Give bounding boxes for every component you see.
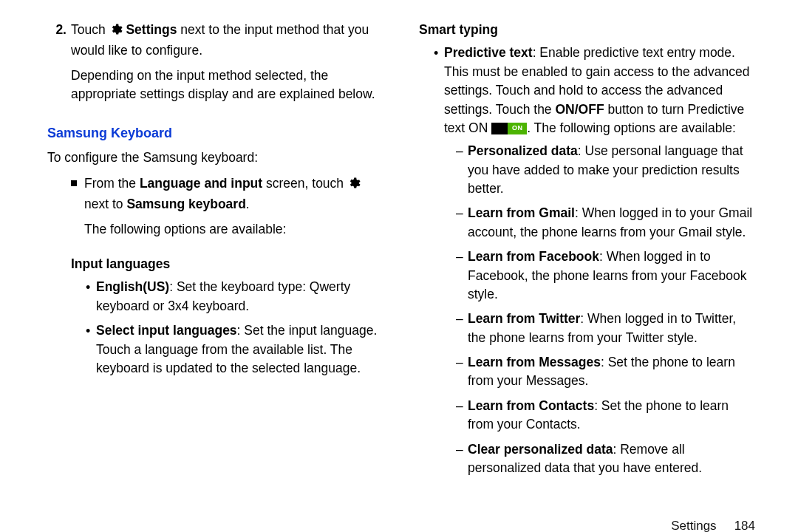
text: .	[246, 197, 250, 211]
predictive-sublist: Personalized data: Use personal language…	[444, 142, 755, 477]
square-bullet: From the Language and input screen, touc…	[47, 174, 383, 245]
bold: Learn from Gmail	[468, 205, 575, 220]
footer-page-number: 184	[734, 519, 755, 532]
step-2: 2. Touch Settings next to the input meth…	[47, 21, 383, 110]
bold: Learn from Contacts	[468, 398, 594, 413]
right-column: Smart typing Predictive text: Enable pre…	[419, 21, 755, 501]
smart-typing-list: Predictive text: Enable predictive text …	[419, 44, 755, 477]
list-item: Clear personalized data: Remove all pers…	[456, 440, 755, 478]
bold: English(US)	[96, 279, 169, 294]
square-bullet-line-2: The following options are available:	[84, 220, 383, 239]
text: From the	[84, 176, 140, 191]
on-label: ON	[508, 123, 527, 134]
bold: Samsung keyboard	[126, 197, 245, 211]
footer-section: Settings	[671, 519, 716, 532]
bold: ON/OFF	[555, 102, 604, 117]
settings-bold: Settings	[126, 22, 177, 37]
subhead-smart-typing: Smart typing	[419, 21, 755, 39]
list-item: Learn from Messages: Set the phone to le…	[456, 353, 755, 391]
text: Touch	[71, 22, 109, 37]
left-column: 2. Touch Settings next to the input meth…	[47, 21, 383, 501]
step-body: Touch Settings next to the input method …	[71, 21, 383, 110]
list-item: Select input languages: Set the input la…	[86, 321, 383, 378]
text: screen, touch	[266, 176, 347, 191]
step-line-2: Depending on the input method selected, …	[71, 66, 383, 104]
list-item: Learn from Gmail: When logged in to your…	[456, 204, 755, 242]
step-line-1: Touch Settings next to the input method …	[71, 21, 383, 61]
list-item: Learn from Facebook: When logged in to F…	[456, 248, 755, 304]
input-languages-list: English(US): Set the keyboard type: Qwer…	[71, 278, 383, 378]
gear-icon	[347, 177, 361, 195]
text: . The following options are available:	[527, 120, 736, 135]
section-title-samsung-keyboard: Samsung Keyboard	[47, 123, 383, 143]
bold: Personalized data	[468, 143, 578, 158]
list-item-predictive-text: Predictive text: Enable predictive text …	[434, 44, 755, 477]
bold: Learn from Facebook	[468, 249, 599, 264]
square-bullet-line-1: From the Language and input screen, touc…	[84, 174, 383, 214]
bold: Select input languages	[96, 323, 237, 338]
on-toggle-icon: ON	[491, 123, 527, 134]
bold: Language and input	[140, 176, 262, 191]
text: next to	[84, 197, 126, 211]
page-footer: Settings184	[0, 517, 798, 532]
bold: Learn from Messages	[468, 355, 601, 369]
page: 2. Touch Settings next to the input meth…	[0, 0, 798, 517]
bold: Clear personalized data	[468, 442, 613, 457]
subhead-input-languages: Input languages	[71, 255, 383, 273]
list-item: Learn from Contacts: Set the phone to le…	[456, 397, 755, 434]
step-number: 2.	[47, 21, 66, 110]
bold: Learn from Twitter	[468, 311, 580, 326]
list-item: Learn from Twitter: When logged in to Tw…	[456, 310, 755, 347]
intro-text: To configure the Samsung keyboard:	[47, 149, 383, 167]
list-item: Personalized data: Use personal language…	[456, 142, 755, 198]
square-bullet-body: From the Language and input screen, touc…	[84, 174, 383, 245]
gear-icon	[109, 23, 123, 41]
list-item: English(US): Set the keyboard type: Qwer…	[86, 278, 383, 316]
bold: Predictive text	[444, 45, 533, 60]
